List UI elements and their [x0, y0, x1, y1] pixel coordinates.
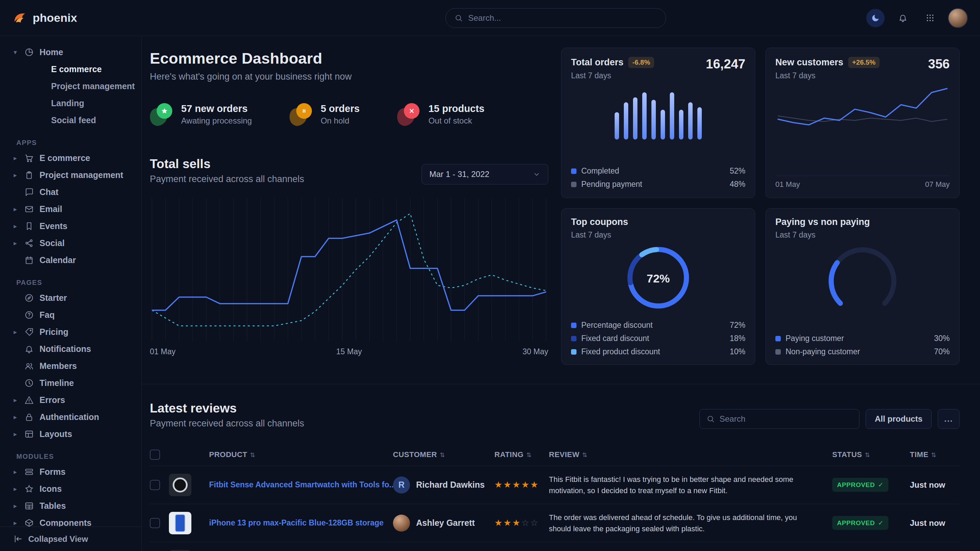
bookmark-icon: [24, 222, 40, 231]
review-text: The order was delivered ahead of schedul…: [549, 512, 832, 534]
product-thumbnail[interactable]: [169, 474, 191, 496]
total-sells-x-axis: 01 May 15 May 30 May: [150, 347, 548, 356]
sidebar-item-social-feed[interactable]: Social feed: [0, 112, 141, 129]
card-top-coupons: Top coupons Last 7 days 72% Percentage d…: [561, 208, 755, 365]
sidebar-item-email[interactable]: ▸Email: [0, 200, 141, 218]
check-icon: ✓: [878, 519, 884, 527]
sidebar-item-calendar[interactable]: ▸Calendar: [0, 251, 141, 268]
new-customers-x-axis: 01 May 07 May: [775, 176, 950, 189]
new-customers-value: 356: [928, 57, 950, 71]
star-icon: [24, 484, 40, 494]
table-header-row: PRODUCT⇅ CUSTOMER⇅ RATING⇅ REVIEW⇅ STATU…: [150, 444, 959, 465]
legend-item: Paying customer30%: [775, 334, 950, 343]
reviews-search-input[interactable]: [719, 414, 852, 424]
all-products-button[interactable]: All products: [865, 409, 932, 429]
chevron-right-icon: ▸: [14, 485, 24, 493]
sort-icon[interactable]: ⇅: [582, 452, 588, 459]
brand[interactable]: phoenix: [12, 11, 77, 25]
dashboard-left-column: Ecommerce Dashboard Here's what's going …: [150, 48, 548, 365]
legend-item: Fixed card discount18%: [571, 334, 745, 343]
table-row: Fitbit Sense Advanced Smartwatch with To…: [150, 465, 959, 504]
sort-icon[interactable]: ⇅: [865, 452, 870, 459]
sidebar-item-e-commerce-dashboard[interactable]: E commerce: [0, 60, 141, 78]
global-search[interactable]: [445, 8, 666, 28]
sort-icon[interactable]: ⇅: [527, 452, 532, 459]
sidebar-item-chat[interactable]: ▸Chat: [0, 183, 141, 200]
product-thumbnail[interactable]: [169, 550, 191, 551]
search-input[interactable]: [468, 13, 657, 23]
chevron-right-icon: ▸: [14, 205, 24, 213]
row-checkbox[interactable]: [150, 518, 160, 528]
product-link[interactable]: Fitbit Sense Advanced Smartwatch with To…: [209, 480, 393, 489]
review-time: Just now: [910, 480, 959, 490]
sidebar-item-members[interactable]: ▸Members: [0, 357, 141, 374]
user-avatar[interactable]: [948, 8, 968, 28]
notifications-button[interactable]: [894, 9, 912, 27]
sidebar-item-errors[interactable]: ▸Errors: [0, 391, 141, 408]
chevron-right-icon: ▸: [14, 502, 24, 510]
legend-item: Completed52%: [571, 167, 745, 176]
sidebar-item-ecommerce-app[interactable]: ▸E commerce: [0, 149, 141, 167]
sidebar-item-social[interactable]: ▸Social: [0, 235, 141, 251]
sidebar-item-events[interactable]: ▸Events: [0, 218, 141, 235]
sidebar-section-modules: MODULES: [0, 453, 141, 460]
sidebar-item-pricing[interactable]: ▸Pricing: [0, 323, 141, 340]
chevron-right-icon: ▸: [14, 430, 24, 438]
lock-icon: [24, 413, 40, 422]
chevron-right-icon: ▸: [14, 519, 24, 527]
stat-icon-new-orders: [150, 103, 172, 125]
sidebar-item-landing[interactable]: Landing: [0, 95, 141, 112]
sort-icon[interactable]: ⇅: [931, 452, 937, 459]
status-badge: APPROVED✓: [832, 516, 888, 530]
sidebar-item-layouts[interactable]: ▸Layouts: [0, 426, 141, 442]
sidebar-section-pages: PAGES: [0, 279, 141, 287]
customer-name: Richard Dawkins: [416, 480, 485, 490]
phoenix-logo-icon: [12, 11, 27, 25]
apps-grid-button[interactable]: [921, 9, 939, 27]
sidebar-item-home[interactable]: ▾ Home: [0, 44, 141, 60]
sidebar-item-timeline[interactable]: ▸Timeline: [0, 374, 141, 391]
row-checkbox[interactable]: [150, 480, 160, 490]
box-icon: [24, 518, 40, 527]
legend-item: Non-paying customer70%: [775, 347, 950, 356]
sidebar-item-forms[interactable]: ▸Forms: [0, 463, 141, 480]
chevron-right-icon: ▸: [14, 468, 24, 476]
brand-name: phoenix: [33, 11, 77, 24]
reviews-search[interactable]: [699, 409, 859, 429]
chat-icon: [24, 187, 40, 197]
card-total-orders: Total orders -6.8% Last 7 days 16,247 Co…: [561, 48, 755, 198]
form-icon: [24, 467, 40, 476]
card-title: Paying vs non paying: [775, 217, 870, 227]
total-orders-value: 16,247: [706, 57, 745, 71]
reviews-toolbar: All products ...: [699, 409, 959, 429]
date-range-select[interactable]: Mar 1 - 31, 2022: [422, 164, 548, 184]
theme-toggle-button[interactable]: [866, 9, 885, 27]
more-options-button[interactable]: ...: [938, 409, 959, 429]
chevron-right-icon: ▸: [14, 222, 24, 230]
page-subtitle: Here's what's going on at your business …: [150, 71, 548, 82]
rating-stars: ★★★☆☆: [495, 518, 549, 528]
sidebar-item-faq[interactable]: ▸Faq: [0, 306, 141, 323]
dashboard-cards: Total orders -6.8% Last 7 days 16,247 Co…: [561, 48, 959, 365]
customer-avatar: R: [393, 476, 410, 494]
sort-icon[interactable]: ⇅: [250, 452, 255, 459]
product-thumbnail[interactable]: [169, 512, 191, 534]
sidebar-item-tables[interactable]: ▸Tables: [0, 497, 141, 514]
sidebar-item-project-management-dashboard[interactable]: Project management: [0, 78, 141, 95]
customer-avatar: [393, 514, 410, 532]
product-link[interactable]: iPhone 13 pro max-Pacific Blue-128GB sto…: [209, 518, 393, 527]
sidebar-item-project-management-app[interactable]: ▸Project management: [0, 167, 141, 183]
sidebar-item-notifications[interactable]: ▸Notifications: [0, 340, 141, 357]
compass-icon: [24, 293, 40, 303]
sidebar-item-starter[interactable]: ▸Starter: [0, 289, 141, 306]
chevron-down-icon: [533, 170, 540, 178]
sidebar-item-icons[interactable]: ▸Icons: [0, 480, 141, 497]
sidebar-item-authentication[interactable]: ▸Authentication: [0, 408, 141, 426]
stat-out-of-stock: 15 productsOut of stock: [397, 103, 484, 125]
sort-icon[interactable]: ⇅: [440, 452, 445, 459]
layout-icon: [24, 429, 40, 439]
mail-icon: [24, 205, 40, 214]
collapse-sidebar-button[interactable]: Collapsed View: [0, 527, 141, 551]
select-all-checkbox[interactable]: [150, 449, 160, 460]
chevron-right-icon: ▸: [14, 413, 24, 421]
